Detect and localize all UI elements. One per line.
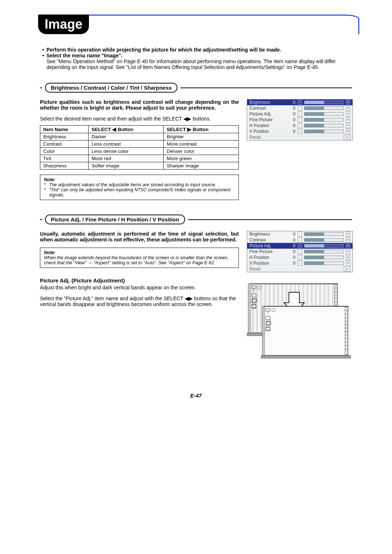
table-row: TintMore redMore green [40, 155, 239, 162]
minus-icon[interactable]: - [298, 117, 302, 122]
plus-icon[interactable]: + [346, 117, 350, 122]
osd-item[interactable]: Picture Adj.0-+ [247, 243, 352, 249]
section-1-lead: Picture qualities such as brightness and… [40, 99, 239, 111]
minus-icon[interactable]: - [298, 111, 302, 117]
section-1-note: Note: *The adjustment values of the adju… [40, 175, 239, 200]
page-title: Image [38, 15, 89, 34]
arrow-right-icon: → [88, 260, 92, 265]
minus-icon[interactable]: - [298, 261, 302, 266]
note-title: Note: [44, 250, 235, 255]
osd-item[interactable]: H Position0-+ [247, 123, 352, 129]
intro-block: • Perform this operation while projectin… [40, 47, 352, 70]
minus-icon[interactable]: - [298, 123, 302, 128]
intro-bullet-1: Perform this operation while projecting … [46, 47, 352, 53]
left-right-arrow-icon: ◀▶ [185, 296, 193, 301]
picture-adj-illustration [247, 282, 352, 363]
intro-subtext: See "Menu Operation Method" on Page E-40… [46, 58, 352, 70]
table-row: ColorLess dense colorDenser color [40, 148, 239, 155]
osd-item[interactable]: Fine Picture0-+ [247, 117, 352, 123]
left-right-arrow-icon: ◀▶ [183, 116, 191, 122]
section-3-heading: Picture Adj. (Picture Adjustment) [40, 277, 239, 284]
osd-item[interactable]: Brightness0-+ [247, 99, 352, 105]
return-icon: ↵ [344, 135, 350, 140]
th-item-name: Item Name [40, 126, 89, 133]
section-3-p1: Adjust this when bright and dark vertica… [40, 285, 239, 290]
section-3-p2: Select the "Picture Adj." item name and … [40, 296, 239, 307]
osd-item[interactable]: V Position0-+ [247, 129, 352, 134]
minus-icon[interactable]: - [298, 129, 302, 134]
svg-rect-64 [264, 306, 348, 355]
osd-item[interactable]: Fine Picture0-+ [247, 249, 352, 254]
section-2-lead: Usually, automatic adjustment is perform… [40, 231, 239, 243]
plus-icon[interactable]: + [346, 129, 350, 134]
table-row: BrightnessDarkerBrighter [40, 133, 239, 140]
svg-rect-4 [258, 285, 260, 332]
note-title: Note: [44, 177, 235, 182]
left-arrow-icon: ◀ [112, 127, 116, 132]
section-1-heading: Brightness / Contrast / Color / Tint / S… [45, 83, 177, 93]
bullet-dot: • [40, 53, 46, 58]
plus-icon[interactable]: + [346, 111, 350, 117]
plus-icon[interactable]: + [346, 255, 350, 260]
osd-reset[interactable]: Reset↵ [247, 134, 352, 140]
osd-item[interactable]: Picture Adj.0-+ [247, 111, 352, 117]
osd-item[interactable]: Brightness0-+ [247, 231, 352, 237]
plus-icon[interactable]: + [346, 106, 350, 111]
osd-item[interactable]: Contrast0-+ [247, 105, 352, 111]
note-item: *"Tint" can only be adjusted when inputt… [44, 187, 235, 197]
osd-reset[interactable]: Reset↵ [247, 266, 352, 272]
plus-icon[interactable]: + [346, 123, 350, 128]
svg-rect-5 [260, 285, 262, 332]
osd-menu-2: Brightness0-+Contrast0-+Picture Adj.0-+F… [247, 231, 353, 272]
return-icon: ↵ [344, 266, 350, 272]
plus-icon[interactable]: + [346, 249, 350, 254]
svg-rect-42 [248, 284, 250, 333]
th-select-right: SELECT ▶ Button [164, 126, 239, 133]
section-2-note: Note: When the image extends beyond the … [40, 248, 239, 268]
plus-icon[interactable]: + [346, 243, 350, 248]
table-row: SharpnessSofter imageSharper image [40, 162, 239, 170]
plus-icon[interactable]: + [346, 232, 350, 237]
osd-item[interactable]: V Position0-+ [247, 260, 352, 266]
minus-icon[interactable]: - [298, 255, 302, 260]
section-2-heading: Picture Adj. / Fine Picture / H Position… [45, 215, 185, 224]
plus-icon[interactable]: + [346, 237, 350, 243]
note-item: *The adjustment values of the adjustable… [44, 182, 235, 187]
osd-item[interactable]: H Position0-+ [247, 254, 352, 260]
intro-bullet-2: Select the menu name "Image". [46, 53, 352, 58]
osd-menu-1: Brightness0-+Contrast0-+Picture Adj.0-+F… [247, 99, 353, 140]
minus-icon[interactable]: - [298, 249, 302, 254]
svg-rect-66 [262, 306, 265, 355]
svg-rect-3 [256, 285, 258, 332]
page-number: E-47 [40, 392, 352, 399]
minus-icon[interactable]: - [298, 237, 302, 243]
minus-icon[interactable]: - [298, 243, 302, 248]
th-select-left: SELECT ◀ Button [89, 126, 164, 133]
svg-rect-65 [261, 355, 351, 358]
plus-icon[interactable]: + [346, 261, 350, 266]
right-arrow-icon: ▶ [187, 127, 191, 132]
bullet-dot: • [40, 47, 46, 53]
table-row: ContrastLess contrastMore contrast [40, 140, 239, 148]
minus-icon[interactable]: - [298, 106, 302, 111]
plus-icon[interactable]: + [346, 100, 350, 105]
section-1-instruction: Select the desired item name and then ad… [40, 116, 239, 122]
osd-item[interactable]: Contrast0-+ [247, 237, 352, 243]
adjustment-table: Item Name SELECT ◀ Button SELECT ▶ Butto… [40, 125, 239, 170]
minus-icon[interactable]: - [298, 100, 302, 105]
minus-icon[interactable]: - [298, 232, 302, 237]
